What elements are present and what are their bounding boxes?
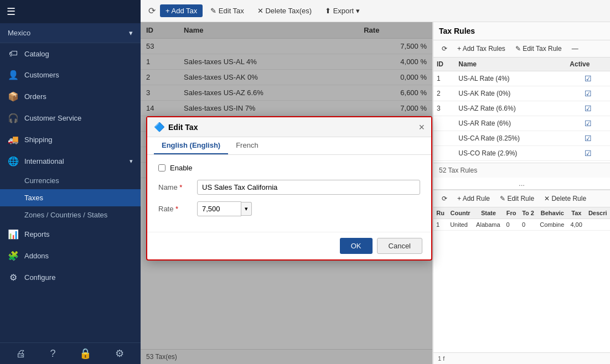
brow-behavior: Combine: [537, 219, 567, 231]
tax-table-panel: ID Name Rate 53 7,500 % 1 Sales-taxes US…: [141, 22, 433, 364]
sidebar-sub-item-taxes[interactable]: Taxes: [0, 189, 141, 206]
chevron-down-icon: ▾: [130, 158, 133, 165]
bottom-rules-table: RuCountrStateFroTo 2BehavicTaxDescri 1 U…: [433, 207, 610, 231]
rules-more-button[interactable]: —: [568, 43, 582, 54]
sidebar: ☰ Mexico ▾ 🏷 Catalog 👤 Customers 📦 Order…: [0, 0, 141, 364]
configure-icon: ⚙: [8, 272, 19, 283]
hamburger-icon[interactable]: ☰: [7, 6, 15, 18]
sidebar-item-orders[interactable]: 📦 Orders: [0, 86, 141, 107]
rule-name: US-AL Rate (4%): [455, 71, 566, 86]
edit-tax-button[interactable]: ✎ Edit Tax: [205, 4, 250, 17]
checkbox-checked-icon: ☑: [585, 89, 592, 98]
rate-input[interactable]: [197, 201, 241, 216]
rules-table-scroll[interactable]: ID Name Active 1 US-AL Rate (4%) ☑ 2 US-…: [433, 58, 610, 163]
list-item[interactable]: US-AR Rate (6%) ☑: [433, 116, 610, 131]
sidebar-item-label: Shipping: [24, 136, 53, 144]
rule-active: ☑: [566, 146, 610, 161]
list-item[interactable]: 1 US-AL Rate (4%) ☑: [433, 71, 610, 86]
tab-english[interactable]: English (English): [154, 137, 228, 154]
content-area: ID Name Rate 53 7,500 % 1 Sales-taxes US…: [141, 22, 610, 364]
sidebar-item-customers[interactable]: 👤 Customers: [0, 64, 141, 86]
sidebar-item-customer-service[interactable]: 🎧 Customer Service: [0, 107, 141, 129]
add-tax-button[interactable]: + Add Tax: [160, 4, 203, 17]
sidebar-item-label: Catalog: [24, 50, 49, 58]
rate-row: Rate ▾: [158, 201, 420, 216]
catalog-icon: 🏷: [8, 49, 19, 59]
reports-icon: 📊: [8, 229, 19, 240]
rule-active: ☑: [566, 101, 610, 116]
tab-french[interactable]: French: [228, 137, 266, 154]
rule-id: [433, 116, 455, 131]
edit-rule-button[interactable]: ✎ Edit Rule: [496, 193, 538, 204]
rate-label: Rate: [158, 205, 197, 213]
list-item[interactable]: 1 United Alabama 0 0 Combine 4,00: [433, 219, 610, 231]
ok-button[interactable]: OK: [340, 238, 373, 254]
checkbox-checked-icon: ☑: [585, 74, 592, 83]
rule-id: 3: [433, 101, 455, 116]
delete-rule-button[interactable]: ✕ Delete Rule: [540, 193, 590, 204]
sidebar-item-shipping[interactable]: 🚚 Shipping: [0, 129, 141, 150]
rules-table: ID Name Active 1 US-AL Rate (4%) ☑ 2 US-…: [433, 58, 610, 163]
rule-name: US-AZ Rate (6.6%): [455, 101, 566, 116]
list-item[interactable]: US-CA Rate (8.25%) ☑: [433, 131, 610, 146]
sidebar-item-label: Reports: [24, 230, 50, 238]
rules-table-footer: 52 Tax Rules: [433, 163, 610, 178]
edit-tax-dialog-overlay: 🔷 Edit Tax × English (English) French En…: [141, 22, 432, 364]
sidebar-sub-item-label: Currencies: [24, 176, 59, 185]
brow-from: 0: [504, 219, 519, 231]
sidebar-item-label: Customers: [24, 71, 59, 79]
enable-label: Enable: [170, 164, 192, 172]
rate-dropdown-button[interactable]: ▾: [241, 202, 252, 216]
sidebar-item-reports[interactable]: 📊 Reports: [0, 223, 141, 245]
rules-bottom: ⟳ + Add Rule ✎ Edit Rule ✕ Delete Rule R…: [433, 190, 610, 364]
sidebar-sub-item-zones[interactable]: Zones / Countries / States: [0, 206, 141, 223]
brow-to2: 0: [519, 219, 537, 231]
enable-checkbox[interactable]: [158, 164, 166, 171]
help-icon[interactable]: ?: [50, 348, 55, 360]
add-rule-button[interactable]: + Add Rule: [453, 193, 494, 204]
name-input[interactable]: [197, 180, 420, 195]
main-toolbar: ⟳ + Add Tax ✎ Edit Tax ✕ Delete Tax(es) …: [141, 0, 610, 22]
list-item[interactable]: US-CO Rate (2.9%) ☑: [433, 146, 610, 161]
rule-id: [433, 146, 455, 161]
bottom-col: Descri: [585, 207, 610, 219]
bottom-rules-scroll[interactable]: RuCountrStateFroTo 2BehavicTaxDescri 1 U…: [433, 207, 610, 352]
sidebar-sub-item-label: Zones / Countries / States: [24, 211, 107, 219]
rule-name: US-AK Rate (0%): [455, 86, 566, 101]
enable-row: Enable: [158, 164, 420, 172]
sidebar-item-configure[interactable]: ⚙ Configure: [0, 267, 141, 288]
sidebar-sub-item-currencies[interactable]: Currencies: [0, 172, 141, 189]
rule-active: ☑: [566, 86, 610, 101]
lock-icon[interactable]: 🔒: [79, 347, 91, 360]
list-item[interactable]: 2 US-AK Rate (0%) ☑: [433, 86, 610, 101]
rule-id: 2: [433, 86, 455, 101]
sidebar-item-label: Customer Service: [24, 114, 81, 122]
bottom-col: Behavic: [537, 207, 567, 219]
refresh-button[interactable]: ⟳: [146, 3, 158, 18]
main-content: ⟳ + Add Tax ✎ Edit Tax ✕ Delete Tax(es) …: [141, 0, 610, 364]
rules-bottom-refresh-button[interactable]: ⟳: [438, 193, 451, 204]
sidebar-item-addons[interactable]: 🧩 Addons: [0, 245, 141, 267]
add-tax-rules-button[interactable]: + Add Tax Rules: [453, 43, 509, 54]
sidebar-item-catalog[interactable]: 🏷 Catalog: [0, 43, 141, 64]
print-icon[interactable]: 🖨: [16, 348, 26, 360]
sidebar-item-label: Addons: [24, 252, 49, 260]
rules-refresh-button[interactable]: ⟳: [438, 43, 451, 54]
dialog-title-bar: 🔷 Edit Tax ×: [147, 117, 431, 137]
checkbox-checked-icon: ☑: [585, 134, 592, 143]
edit-tax-rule-button[interactable]: ✎ Edit Tax Rule: [511, 43, 566, 54]
delete-tax-button[interactable]: ✕ Delete Tax(es): [252, 4, 317, 17]
brow-descr: [585, 219, 610, 231]
rate-input-wrap: ▾: [197, 201, 252, 216]
sidebar-item-label: Configure: [24, 273, 55, 282]
cancel-button[interactable]: Cancel: [377, 238, 422, 254]
export-button[interactable]: ⬆ Export ▾: [319, 4, 365, 17]
dialog-close-button[interactable]: ×: [418, 122, 425, 132]
tax-rules-title: Tax Rules: [433, 22, 610, 40]
sidebar-store[interactable]: Mexico ▾: [0, 23, 141, 43]
settings-icon[interactable]: ⚙: [115, 347, 124, 360]
sidebar-item-international[interactable]: 🌐 International ▾: [0, 150, 141, 172]
rule-id: [433, 131, 455, 146]
dialog-body: Enable Name Rate ▾: [147, 155, 431, 232]
list-item[interactable]: 3 US-AZ Rate (6.6%) ☑: [433, 101, 610, 116]
